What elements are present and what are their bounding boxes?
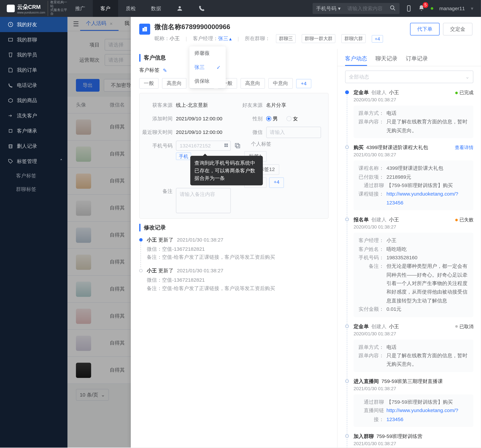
group-tag[interactable]: 群聊一群大群 bbox=[302, 34, 336, 43]
activity-card: 通过群聊【759-59班理财训练营】购买直播间链接：http://www.yun… bbox=[353, 394, 473, 427]
cloud-icon bbox=[7, 5, 15, 12]
rtab-orders[interactable]: 订单记录 bbox=[406, 52, 428, 66]
timeline-item: 购买 4399理财课进阶课程大礼包查看详情2021/01/30 01:38:27… bbox=[345, 144, 473, 210]
customer-tag[interactable]: 高意向 bbox=[162, 78, 187, 89]
nav-qc[interactable]: 质检 bbox=[118, 0, 143, 17]
phone-exists-tooltip: 查询到此手机号码在系统中已存在，可以将两条客户数据合并为一条 bbox=[190, 156, 263, 185]
side-lost[interactable]: 流失客户 bbox=[0, 108, 68, 123]
nav-phone-icon[interactable] bbox=[191, 0, 213, 17]
chevron-up-icon: ˄ bbox=[60, 158, 62, 164]
manager-option[interactable]: 张三✓ bbox=[189, 60, 226, 74]
brand-name: 云朵CRM bbox=[17, 3, 45, 11]
side-inherit[interactable]: 客户继承 bbox=[0, 123, 68, 139]
customer-tag-more[interactable]: +4 bbox=[296, 79, 311, 88]
edit-log-item: 小王 更新了2021/01/30 01:38:27微信：空值-136721828… bbox=[139, 237, 329, 262]
edit-log-item: 小王 更新了2021/01/30 01:38:27微信：空值-136721828… bbox=[139, 267, 329, 293]
side-products[interactable]: 我的商品 bbox=[0, 93, 68, 108]
gender-female[interactable]: 女 bbox=[286, 115, 298, 122]
customer-tags-label: 客户标签 bbox=[139, 67, 159, 74]
copy-icon[interactable] bbox=[234, 142, 241, 149]
customer-tag[interactable]: 一般 bbox=[139, 78, 159, 89]
customer-icon bbox=[139, 23, 150, 35]
side-calls[interactable]: 电话记录 bbox=[0, 78, 68, 93]
activity-card: 客户经理：小王客户姓名：唔吃唔吃手机号码：19833528160备注：但无论是哪… bbox=[353, 233, 473, 317]
phone-input[interactable]: 13241672152 bbox=[176, 141, 231, 151]
search-input[interactable] bbox=[344, 6, 386, 11]
rtab-chat[interactable]: 聊天记录 bbox=[376, 52, 397, 66]
svg-rect-4 bbox=[235, 143, 239, 147]
side-orders[interactable]: 我的订单 bbox=[0, 62, 68, 78]
section-edit-log: 修改记录 bbox=[139, 224, 329, 231]
timeline-item: 进入直播间 759-59班第三期理财直播课2021/01/30 01:38:27… bbox=[345, 378, 473, 427]
side-groups[interactable]: 我的群聊 bbox=[0, 32, 68, 47]
activity-card: 跟单方式：电话跟单内容：只是了解在线教育方面的信息，暂时无购买意向。 bbox=[353, 339, 473, 372]
group-tag[interactable]: 群聊六群 bbox=[341, 34, 366, 43]
side-students[interactable]: 我的学员 bbox=[0, 47, 68, 62]
nav-customer[interactable]: 客户 bbox=[93, 0, 118, 17]
group-tag[interactable]: 群聊三 bbox=[276, 34, 296, 43]
wechat-input[interactable]: 请输入 bbox=[266, 127, 321, 138]
nav-promo[interactable]: 推广 bbox=[68, 0, 93, 17]
status-dot bbox=[431, 7, 433, 10]
customer-tag[interactable]: 高意向 bbox=[240, 78, 265, 89]
grid-icon[interactable] bbox=[224, 143, 229, 148]
view-detail-link[interactable]: 查看详情 bbox=[455, 144, 473, 151]
user-name[interactable]: manager11 bbox=[439, 6, 465, 11]
side-group-tags[interactable]: 群聊标签 bbox=[0, 182, 68, 196]
customer-drawer: 微信名称6789990000966 昵称：小王 | 客户经理：张三 ▴ | 所在… bbox=[131, 17, 481, 448]
user-caret-icon[interactable]: ▾ bbox=[471, 6, 473, 11]
brand-sub: 教育机构一站式服务云平台 bbox=[48, 1, 68, 16]
topnav: 推广 客户 质检 数据 bbox=[68, 0, 213, 17]
nav-data[interactable]: 数据 bbox=[143, 0, 169, 17]
search-button[interactable] bbox=[386, 5, 400, 13]
link[interactable]: http://www.yunduoketang.com/?123456 bbox=[386, 408, 458, 422]
gender-male[interactable]: 男 bbox=[266, 115, 278, 122]
svg-point-0 bbox=[391, 6, 394, 9]
manager-option[interactable]: 俱保咏 bbox=[189, 74, 226, 88]
deposit-button[interactable]: 交定金 bbox=[443, 23, 473, 35]
svg-rect-1 bbox=[407, 6, 410, 11]
nav-user-icon[interactable] bbox=[169, 0, 191, 17]
svg-rect-3 bbox=[236, 145, 240, 148]
activity-card: 课程名称：4399理财课进阶课大礼包已付款项：2218989元通过群聊【759-… bbox=[353, 161, 473, 210]
group-tag-more[interactable]: +4 bbox=[372, 35, 383, 42]
side-friends[interactable]: 我的好友 bbox=[0, 17, 68, 32]
timeline-item: 定金单 创建人小王已取消2020/01/30 01:38:27跟单方式：电话跟单… bbox=[345, 323, 473, 372]
timeline-item: 报名单 创建人小王已失败2020/01/30 01:38:27客户经理：小王客户… bbox=[345, 216, 473, 317]
search-type-select[interactable]: 手机号码▾ bbox=[313, 5, 344, 12]
side-tags[interactable]: 标签管理˄ bbox=[0, 154, 68, 169]
notif-count: 5 bbox=[422, 2, 428, 8]
caret-up-icon: ▴ bbox=[229, 36, 232, 41]
side-customer-tags[interactable]: 客户标签 bbox=[0, 169, 68, 182]
section-customer-info: 客户信息 bbox=[139, 54, 329, 62]
topbar: 云朵CRM www.yunduocrm.com 教育机构一站式服务云平台 推广 … bbox=[0, 0, 481, 17]
timeline-item: 定金单 创建人小王已完成2020/01/30 01:38:27跟单方式：电话跟单… bbox=[345, 89, 473, 138]
link[interactable]: http://www.yunduoketang.com/?123456 bbox=[386, 191, 458, 206]
check-icon: ✓ bbox=[217, 64, 221, 70]
proxy-order-button[interactable]: 代下单 bbox=[410, 23, 440, 35]
brand-url: www.yunduocrm.com bbox=[17, 11, 45, 14]
side-delete-log[interactable]: 删人记录 bbox=[0, 139, 68, 154]
device-icon[interactable] bbox=[406, 5, 412, 12]
sidebar: 我的好友 我的群聊 我的学员 我的订单 电话记录 我的商品 流失客户 客户继承 … bbox=[0, 17, 68, 448]
remark-input[interactable]: 请输入备注内容 bbox=[176, 188, 231, 213]
activity-filter-select[interactable]: 全部动态⌄ bbox=[345, 70, 473, 83]
drawer-title: 微信名称6789990000966 bbox=[155, 23, 406, 31]
manager-dropdown-trigger[interactable]: 张三 ▴ bbox=[218, 35, 232, 42]
manager-option[interactable]: 师馨薇 bbox=[189, 46, 226, 60]
customer-tag[interactable]: 中意向 bbox=[268, 78, 293, 89]
edit-tags-icon[interactable]: ✎ bbox=[163, 67, 167, 73]
manager-dropdown: 师馨薇 张三✓ 俱保咏 bbox=[189, 46, 226, 88]
activity-card: 跟单方式：电话跟单内容：只是了解在线教育方面的信息，暂时无购买意向。 bbox=[353, 106, 473, 138]
logo: 云朵CRM www.yunduocrm.com 教育机构一站式服务云平台 bbox=[0, 1, 68, 16]
rtab-activity[interactable]: 客户动态 bbox=[345, 52, 367, 66]
phone-tag[interactable]: 手机 bbox=[176, 153, 191, 160]
timeline-item: 加入群聊 759-59班理财训练营2021/01/30 01:38:27入群方式… bbox=[345, 433, 473, 448]
notification-bell[interactable]: 5 bbox=[418, 5, 425, 13]
search-group: 手机号码▾ bbox=[313, 3, 399, 14]
